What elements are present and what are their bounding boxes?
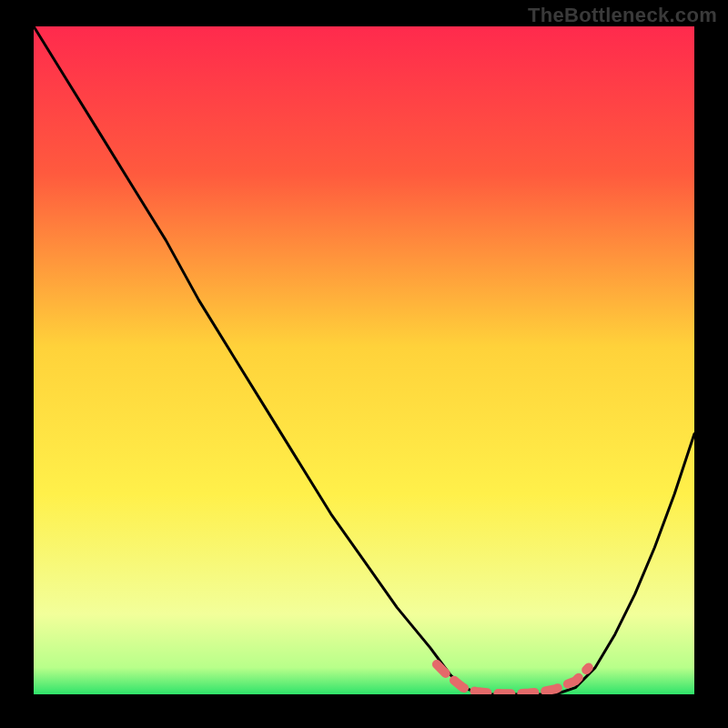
- watermark-text: TheBottleneck.com: [528, 4, 717, 27]
- chart-svg: [34, 26, 694, 694]
- gradient-background: [34, 26, 694, 694]
- chart-frame: TheBottleneck.com: [0, 0, 728, 728]
- plot-area: [34, 26, 694, 694]
